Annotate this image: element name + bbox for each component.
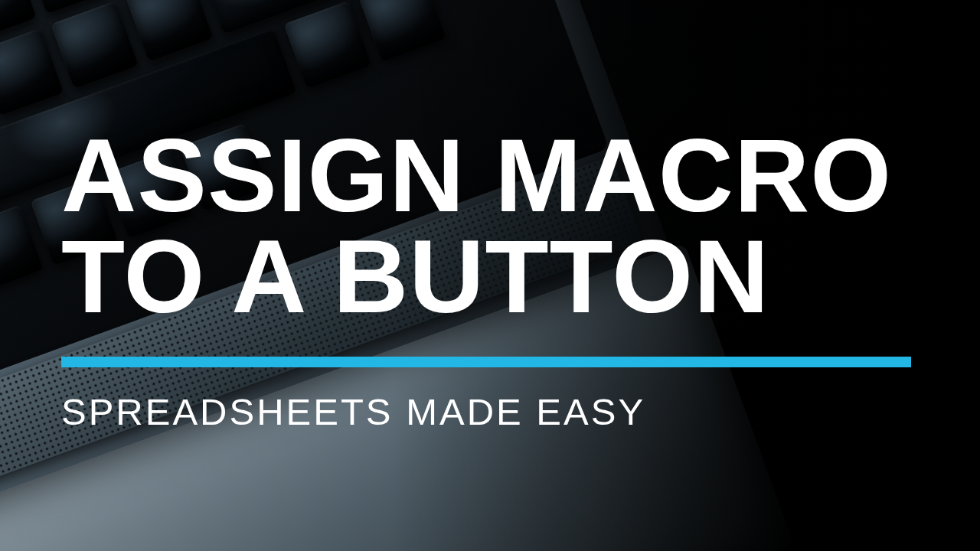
title-line-1: ASSIGN MACRO [61,117,892,233]
title-line-2: TO A BUTTON [61,218,769,334]
accent-divider [61,357,911,367]
subtitle: SPREADSHEETS MADE EASY [61,390,919,433]
text-overlay: ASSIGN MACRO TO A BUTTON SPREADSHEETS MA… [0,0,980,551]
main-title: ASSIGN MACRO TO A BUTTON [61,126,919,328]
